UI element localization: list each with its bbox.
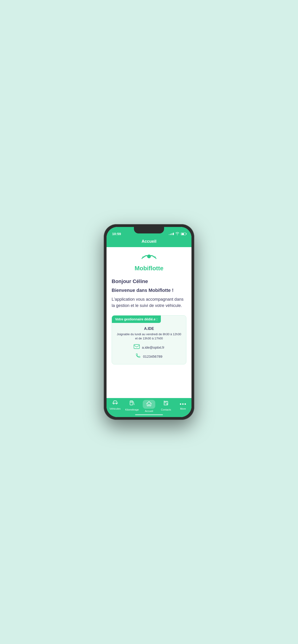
manager-section: Votre gestionnaire dédié.e : A.IDE Joign… bbox=[112, 315, 186, 364]
home-icon-wrap bbox=[143, 400, 155, 409]
manager-info: A.IDE Joignable du lundi au vendredi de … bbox=[112, 323, 186, 364]
nav-item-vehicules[interactable]: Véhicules bbox=[107, 400, 123, 410]
main-content: Mobiflotte Bonjour Céline Bienvenue dans… bbox=[107, 247, 191, 398]
page-title: Accueil bbox=[142, 239, 156, 244]
wifi-icon bbox=[175, 232, 179, 236]
nav-header: Accueil bbox=[107, 237, 191, 247]
manager-label: Votre gestionnaire dédié.e : bbox=[112, 316, 161, 323]
status-time: 10:59 bbox=[112, 232, 121, 236]
svg-point-2 bbox=[113, 403, 114, 404]
home-icon bbox=[146, 401, 152, 408]
nav-item-more[interactable]: More bbox=[175, 400, 191, 410]
pump-icon bbox=[129, 400, 135, 407]
description-text: L'application vous accompagnant dans la … bbox=[112, 296, 186, 309]
greeting-text: Bonjour Céline bbox=[112, 278, 186, 284]
nav-item-accueil[interactable]: Accueil bbox=[140, 400, 157, 412]
svg-point-8 bbox=[182, 403, 184, 405]
nav-item-contacts[interactable]: Contacts bbox=[158, 400, 175, 411]
email-row[interactable]: a.ide@optixt.fr bbox=[117, 344, 181, 350]
phone-icon bbox=[136, 353, 141, 360]
brand-name: Mobiflotte bbox=[135, 265, 163, 272]
email-icon bbox=[134, 344, 140, 350]
email-address: a.ide@optixt.fr bbox=[142, 346, 165, 349]
welcome-text: Bienvenue dans Mobiflotte ! bbox=[112, 288, 186, 293]
manager-name: A.IDE bbox=[117, 327, 181, 331]
svg-point-3 bbox=[116, 403, 117, 404]
signal-icon bbox=[169, 233, 174, 235]
phone-notch bbox=[134, 227, 164, 234]
nav-label-accueil: Accueil bbox=[145, 410, 153, 412]
phone-number: 0123456789 bbox=[143, 354, 162, 358]
contacts-icon bbox=[163, 400, 169, 407]
more-icon bbox=[180, 400, 186, 406]
battery-icon bbox=[181, 232, 186, 235]
status-icons bbox=[169, 232, 186, 236]
home-bar bbox=[135, 414, 163, 415]
svg-rect-1 bbox=[134, 344, 139, 349]
car-icon bbox=[112, 400, 118, 406]
nav-label-kilometrage: Kilométrage bbox=[125, 408, 139, 411]
phone-row[interactable]: 0123456789 bbox=[117, 353, 181, 360]
logo-area: Mobiflotte bbox=[112, 253, 186, 272]
svg-rect-5 bbox=[131, 402, 132, 403]
phone-frame: 10:59 bbox=[104, 224, 194, 420]
logo-icon bbox=[140, 253, 158, 264]
svg-point-6 bbox=[167, 403, 168, 404]
nav-label-vehicules: Véhicules bbox=[110, 407, 121, 410]
svg-point-7 bbox=[180, 403, 181, 405]
nav-item-kilometrage[interactable]: Kilométrage bbox=[123, 400, 140, 411]
nav-label-contacts: Contacts bbox=[161, 408, 171, 411]
nav-label-more: More bbox=[180, 407, 186, 410]
svg-point-9 bbox=[184, 403, 186, 405]
manager-hours: Joignable du lundi au vendredi de 8h30 à… bbox=[117, 332, 181, 340]
phone-screen: 10:59 bbox=[107, 227, 191, 417]
